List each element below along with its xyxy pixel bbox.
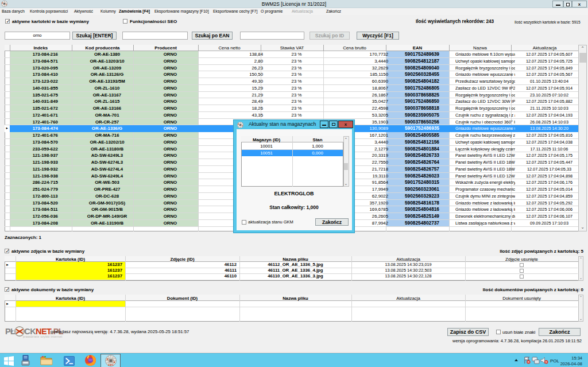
svg-text:EXPO: EXPO xyxy=(109,364,114,366)
